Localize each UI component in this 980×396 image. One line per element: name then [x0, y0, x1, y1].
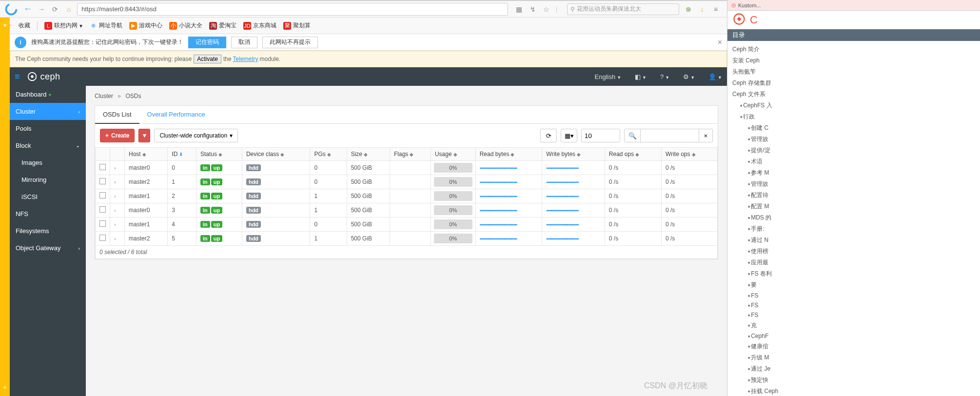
- col-id[interactable]: ID⬍: [168, 148, 196, 161]
- table-row[interactable]: › master0 0 inup hdd 0 500 GiB 0% ▪▪▪▪▪▪…: [96, 161, 718, 175]
- toc-item[interactable]: 行政: [727, 111, 980, 122]
- columns-button[interactable]: ▦▾: [561, 129, 577, 142]
- right-tab[interactable]: ◎Kustom...: [727, 0, 980, 11]
- expand-icon[interactable]: ›: [114, 207, 116, 213]
- col-flags[interactable]: Flags◆: [390, 148, 431, 161]
- clear-search-button[interactable]: ×: [699, 129, 713, 142]
- toc-item[interactable]: 配置 M: [727, 201, 980, 212]
- toc-item[interactable]: Ceph 简介: [727, 44, 980, 55]
- never-prompt-button[interactable]: 此网站不再提示: [262, 37, 318, 48]
- back-button[interactable]: ←: [22, 4, 33, 15]
- activate-button[interactable]: Activate: [194, 55, 221, 63]
- toc-item[interactable]: 手册:: [727, 223, 980, 235]
- bookmark-item[interactable]: 小小说大全: [169, 21, 202, 30]
- bookmark-item[interactable]: 淘爱淘宝: [209, 21, 236, 30]
- tasks-icon[interactable]: ◧▼: [635, 73, 647, 80]
- toc-item[interactable]: 通过 Je: [727, 363, 980, 375]
- expand-icon[interactable]: ›: [114, 221, 116, 227]
- table-row[interactable]: › master2 1 inup hdd 0 500 GiB 0% ▪▪▪▪▪▪…: [96, 175, 718, 189]
- toc-item[interactable]: 管理故: [727, 178, 980, 190]
- expand-icon[interactable]: ›: [114, 165, 116, 171]
- grid-icon[interactable]: ▦: [515, 5, 524, 14]
- col-size[interactable]: Size◆: [347, 148, 390, 161]
- col-read-ops[interactable]: Read ops◆: [605, 148, 661, 161]
- expand-icon[interactable]: ›: [114, 179, 116, 185]
- sidebar-subitem-images[interactable]: Images: [10, 154, 86, 171]
- settings-icon[interactable]: ⚙▼: [683, 73, 695, 80]
- star-icon[interactable]: ☆: [542, 5, 551, 14]
- toc-item[interactable]: 升级 M: [727, 352, 980, 363]
- col-status[interactable]: Status◆: [196, 148, 242, 161]
- toc-item[interactable]: 预定快: [727, 375, 980, 386]
- sidebar-item-block[interactable]: Block⌄: [10, 137, 86, 154]
- expand-icon[interactable]: ›: [114, 236, 116, 241]
- bookmark-item[interactable]: L联想内网 ▾: [44, 21, 82, 30]
- row-checkbox[interactable]: [99, 192, 106, 198]
- browser-search-input[interactable]: ⚲ 花滑运动员朱易保送北大: [567, 3, 679, 15]
- bookmark-item[interactable]: JD京东商城: [243, 21, 276, 30]
- user-icon[interactable]: 👤▼: [708, 73, 722, 80]
- col-read-bytes[interactable]: Read bytes◆: [475, 148, 542, 161]
- menu-icon[interactable]: ≡: [711, 5, 720, 14]
- toc-item[interactable]: CephF: [727, 331, 980, 341]
- row-checkbox[interactable]: [99, 164, 106, 170]
- download-icon[interactable]: ↓: [698, 5, 706, 14]
- toc-item[interactable]: 克: [727, 320, 980, 331]
- help-icon[interactable]: ?▼: [660, 73, 669, 80]
- toc-item[interactable]: MDS 的: [727, 212, 980, 223]
- col-write-bytes[interactable]: Write bytes◆: [542, 148, 605, 161]
- sidebar-subitem-iscsi[interactable]: iSCSI: [10, 188, 86, 205]
- cluster-config-dropdown[interactable]: Cluster-wide configuration ▾: [154, 129, 238, 142]
- save-password-button[interactable]: 记住密码: [188, 37, 226, 48]
- toc-item[interactable]: 使用榜: [727, 246, 980, 257]
- sidebar-item-cluster[interactable]: Cluster›: [10, 103, 86, 120]
- toc-item[interactable]: 配置待: [727, 190, 980, 201]
- row-checkbox[interactable]: [99, 178, 106, 184]
- toc-item[interactable]: 术语: [727, 156, 980, 167]
- toc-item[interactable]: 通过 N: [727, 235, 980, 246]
- col-device-class[interactable]: Device class◆: [242, 148, 310, 161]
- home-button[interactable]: ⌂: [63, 4, 74, 15]
- toc-item[interactable]: 健康倌: [727, 341, 980, 352]
- row-checkbox[interactable]: [99, 220, 106, 227]
- table-search-input[interactable]: [641, 129, 699, 142]
- telemetry-link[interactable]: Telemetry: [233, 56, 258, 62]
- toc-item[interactable]: 头孢氨苄: [727, 66, 980, 78]
- hamburger-icon[interactable]: ≡: [15, 72, 20, 82]
- col-write-ops[interactable]: Write ops◆: [662, 148, 718, 161]
- toc-item[interactable]: 管理故: [727, 134, 980, 145]
- col-usage[interactable]: Usage◆: [431, 148, 475, 161]
- cancel-password-button[interactable]: 取消: [231, 37, 257, 48]
- toc-item[interactable]: 参考 M: [727, 167, 980, 178]
- toc-item[interactable]: 安装 Ceph: [727, 55, 980, 66]
- toc-item[interactable]: 提供/淀: [727, 145, 980, 156]
- toc-item[interactable]: FS: [727, 291, 980, 300]
- table-row[interactable]: › master1 4 inup hdd 0 500 GiB 0% ▪▪▪▪▪▪…: [96, 218, 718, 232]
- table-row[interactable]: › master0 3 inup hdd 1 500 GiB 0% ▪▪▪▪▪▪…: [96, 203, 718, 218]
- strip-plus-icon[interactable]: +: [0, 383, 10, 391]
- toc-item[interactable]: FS 卷利: [727, 268, 980, 279]
- toc-item[interactable]: FS: [727, 310, 980, 320]
- breadcrumb-cluster[interactable]: Cluster: [95, 93, 113, 99]
- sidebar-subitem-mirroring[interactable]: Mirroring: [10, 171, 86, 188]
- page-size-input[interactable]: [581, 129, 620, 142]
- bookmark-item[interactable]: 聚聚划算: [283, 21, 311, 30]
- language-dropdown[interactable]: English▼: [595, 73, 622, 80]
- col-host[interactable]: Host◆: [125, 148, 168, 161]
- row-checkbox[interactable]: [99, 235, 106, 241]
- refresh-button[interactable]: ⟳: [540, 129, 557, 142]
- sidebar-item-object-gateway[interactable]: Object Gateway›: [10, 239, 86, 257]
- translate-icon[interactable]: ⊗: [684, 5, 693, 14]
- toc-item[interactable]: CephFS 入: [727, 100, 980, 111]
- sidebar-item-pools[interactable]: Pools: [10, 120, 86, 137]
- flash-icon[interactable]: ↯: [529, 5, 537, 14]
- tab-overall-performance[interactable]: Overall Performance: [139, 106, 213, 123]
- reload-button[interactable]: ⟳: [50, 4, 60, 15]
- row-checkbox[interactable]: [99, 206, 106, 213]
- sidebar-item-nfs[interactable]: NFS: [10, 205, 86, 222]
- create-dropdown[interactable]: ▼: [138, 129, 150, 142]
- forward-button[interactable]: →: [36, 4, 47, 15]
- close-icon[interactable]: ×: [718, 38, 722, 47]
- col-pgs[interactable]: PGs◆: [310, 148, 347, 161]
- toc-item[interactable]: 挂载 Ceph: [727, 386, 980, 396]
